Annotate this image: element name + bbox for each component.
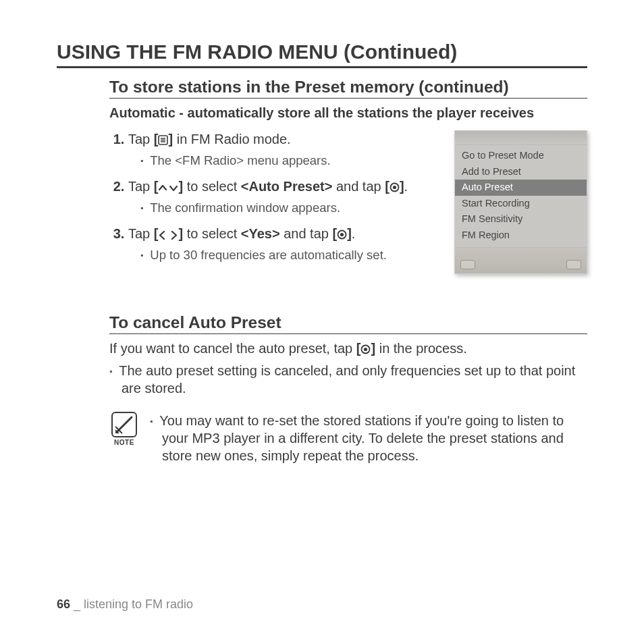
section1-subheading: Automatic - automatically store all the … — [109, 105, 587, 121]
page-title: USING THE FM RADIO MENU (Continued) — [57, 41, 587, 68]
step-1: Tap [] in FM Radio mode. The <FM Radio> … — [128, 130, 442, 169]
cancel-bullet: The auto preset setting is canceled, and… — [109, 362, 587, 397]
device-menu-item-4: FM Sensitivity — [455, 211, 587, 227]
device-menu-item-2: Auto Preset — [455, 180, 587, 196]
device-screenshot: Go to Preset Mode Add to Preset Auto Pre… — [454, 130, 587, 274]
cancel-lead: If you want to cancel the auto preset, t… — [109, 341, 587, 358]
step-2-post: . — [404, 179, 408, 194]
device-menu-item-0: Go to Preset Mode — [455, 148, 587, 164]
device-menu-item-1: Add to Preset — [455, 164, 587, 180]
step-2-bold: <Auto Preset> — [241, 179, 333, 194]
device-top-bar — [455, 131, 587, 145]
step-3-bold: <Yes> — [241, 226, 280, 241]
step-2-mid2: and tap — [332, 179, 385, 194]
step-2-mid: to select — [183, 179, 241, 194]
device-menu-item-5: FM Region — [455, 227, 587, 244]
step-3-pre: Tap — [128, 226, 154, 241]
step-2: Tap [] to select <Auto Preset> and tap [… — [128, 178, 442, 217]
section2-heading: To cancel Auto Preset — [109, 313, 587, 334]
device-bottom-bar — [455, 247, 587, 273]
menu-icon — [158, 132, 168, 150]
note-icon — [111, 412, 137, 437]
page-number: 66 — [57, 597, 70, 611]
step-3-post: . — [352, 226, 356, 241]
cancel-lead-pre: If you want to cancel the auto preset, t… — [109, 341, 356, 356]
note-text: You may want to re-set the stored statio… — [150, 412, 587, 464]
page-footer: 66 _ listening to FM radio — [57, 597, 193, 612]
left-right-icon — [158, 226, 178, 244]
step-3-mid2: and tap — [280, 226, 333, 241]
step-1-pre: Tap — [128, 132, 154, 146]
step-2-pre: Tap — [128, 179, 154, 194]
target-icon — [390, 179, 400, 197]
section1-heading: To store stations in the Preset memory (… — [109, 78, 587, 99]
target-icon — [360, 342, 371, 358]
target-icon — [337, 226, 347, 244]
note-badge: NOTE — [109, 412, 139, 446]
step-1-post: in FM Radio mode. — [173, 132, 291, 146]
step-3-mid: to select — [183, 226, 241, 241]
step-1-bullet: The <FM Radio> menu appears. — [140, 153, 442, 169]
up-down-icon — [158, 179, 178, 197]
step-3: Tap [] to select <Yes> and tap []. Up to… — [128, 225, 442, 264]
step-2-bullet: The confirmation window appears. — [140, 200, 442, 217]
cancel-lead-post: in the process. — [375, 341, 467, 356]
device-menu-list: Go to Preset Mode Add to Preset Auto Pre… — [455, 145, 587, 247]
footer-chapter: listening to FM radio — [84, 597, 193, 611]
footer-sep: _ — [70, 597, 84, 611]
steps-list: Tap [] in FM Radio mode. The <FM Radio> … — [109, 130, 442, 264]
device-menu-item-3: Start Recording — [455, 196, 587, 212]
note-label: NOTE — [109, 439, 139, 446]
step-3-bullet: Up to 30 frequencies are automatically s… — [140, 247, 442, 264]
